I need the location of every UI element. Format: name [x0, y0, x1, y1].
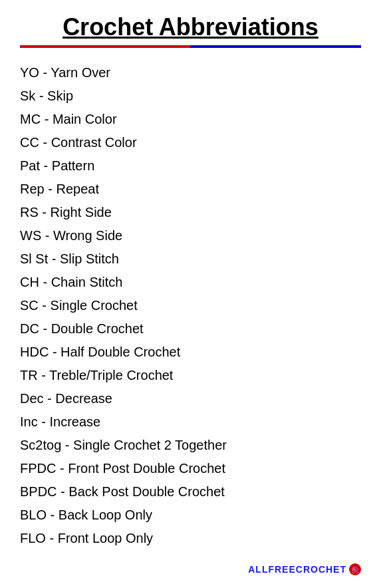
brand-icon: 🧶	[349, 563, 361, 575]
list-item: CC - Contrast Color	[20, 131, 361, 154]
list-item: BLO - Back Loop Only	[20, 504, 361, 527]
list-item: BPDC - Back Post Double Crochet	[20, 480, 361, 504]
list-item: Dec - Decrease	[20, 387, 361, 410]
list-item: YO - Yarn Over	[20, 61, 361, 84]
list-item: SC - Single Crochet	[20, 294, 361, 317]
header-section: Crochet Abbreviations	[20, 13, 361, 48]
brand-name: ALLFREECROCHET	[248, 564, 346, 575]
list-item: HDC - Half Double Crochet	[20, 341, 361, 364]
list-item: FPDC - Front Post Double Crochet	[20, 457, 361, 480]
list-item: DC - Double Crochet	[20, 317, 361, 341]
page-container: Crochet Abbreviations YO - Yarn OverSk -…	[20, 13, 361, 575]
page-title: Crochet Abbreviations	[20, 13, 361, 41]
list-item: TR - Treble/Triple Crochet	[20, 364, 361, 387]
list-item: Rep - Repeat	[20, 178, 361, 201]
footer: ALLFREECROCHET 🧶	[20, 563, 361, 575]
list-item: Sl St - Slip Stitch	[20, 247, 361, 271]
list-item: Pat - Pattern	[20, 154, 361, 178]
list-item: Inc - Increase	[20, 410, 361, 434]
list-item: Sk - Skip	[20, 84, 361, 108]
list-item: Sc2tog - Single Crochet 2 Together	[20, 434, 361, 457]
abbreviations-list: YO - Yarn OverSk - SkipMC - Main ColorCC…	[20, 61, 361, 550]
title-underline-bar	[20, 45, 361, 48]
list-item: WS - Wrong Side	[20, 224, 361, 247]
list-item: CH - Chain Stitch	[20, 271, 361, 294]
list-item: FLO - Front Loop Only	[20, 527, 361, 550]
list-item: RS - Right Side	[20, 201, 361, 224]
list-item: MC - Main Color	[20, 108, 361, 131]
